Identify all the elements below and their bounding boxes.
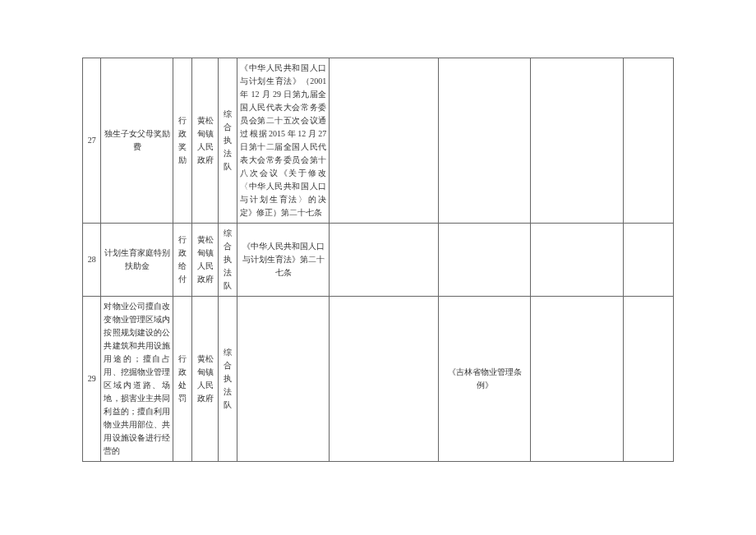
cell-basis: 《中华人民共和国人口与计划生育法》第二十七条 [237,224,329,297]
regulation-table: 27 独生子女父母奖励费 行政奖励 黄松甸镇人民政府 综合执法队 《中华人民共和… [82,58,674,462]
cell-c10 [623,224,673,297]
cell-basis [237,297,329,462]
cell-c7 [330,224,439,297]
cell-c7 [330,58,439,224]
cell-item: 对物业公司擅自改变物业管理区域内按照规划建设的公共建筑和共用设施用途的；擅自占用… [101,297,173,462]
cell-item: 计划生育家庭特别扶助金 [101,224,173,297]
cell-c9 [531,58,623,224]
cell-team: 综合执法队 [219,224,237,297]
cell-type: 行政处罚 [173,297,191,462]
cell-basis: 《中华人民共和国人口与计划生育法》（2001 年 12 月 29 日第九届全国人… [237,58,329,224]
cell-agency: 黄松甸镇人民政府 [191,297,219,462]
table-row: 27 独生子女父母奖励费 行政奖励 黄松甸镇人民政府 综合执法队 《中华人民共和… [83,58,674,224]
table-row: 29 对物业公司擅自改变物业管理区域内按照规划建设的公共建筑和共用设施用途的；擅… [83,297,674,462]
cell-c9 [531,224,623,297]
cell-type: 行政给付 [173,224,191,297]
cell-c8 [439,58,531,224]
cell-num: 27 [83,58,101,224]
cell-c8: 《吉林省物业管理条例》 [439,297,531,462]
cell-num: 28 [83,224,101,297]
cell-item: 独生子女父母奖励费 [101,58,173,224]
cell-type: 行政奖励 [173,58,191,224]
cell-c7 [330,297,439,462]
cell-team: 综合执法队 [219,297,237,462]
cell-agency: 黄松甸镇人民政府 [191,224,219,297]
cell-c9 [531,297,623,462]
table-row: 28 计划生育家庭特别扶助金 行政给付 黄松甸镇人民政府 综合执法队 《中华人民… [83,224,674,297]
cell-c10 [623,58,673,224]
cell-team: 综合执法队 [219,58,237,224]
cell-c8 [439,224,531,297]
cell-num: 29 [83,297,101,462]
cell-c10 [623,297,673,462]
cell-agency: 黄松甸镇人民政府 [191,58,219,224]
